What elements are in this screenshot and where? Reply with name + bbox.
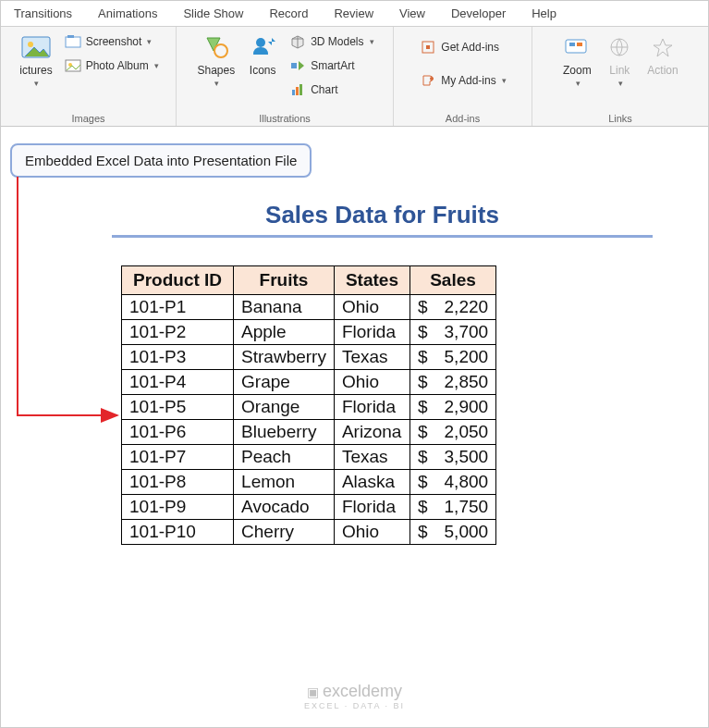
icons-icon <box>248 32 277 62</box>
cell-fruit: Orange <box>234 395 335 420</box>
tab-review[interactable]: Review <box>321 1 386 26</box>
cell-product-id: 101-P3 <box>122 345 234 370</box>
tab-slide-show[interactable]: Slide Show <box>170 1 256 26</box>
header-fruits: Fruits <box>234 266 335 295</box>
cell-state: Alaska <box>334 470 410 495</box>
cell-state: Florida <box>334 395 410 420</box>
group-links-label: Links <box>608 111 632 124</box>
cell-sales: $5,000 <box>410 520 495 545</box>
tab-transitions[interactable]: Transitions <box>1 1 85 26</box>
cell-product-id: 101-P4 <box>122 370 234 395</box>
group-illustrations-label: Illustrations <box>259 111 311 124</box>
table-row: 101-P7PeachTexas$3,500 <box>122 445 496 470</box>
cell-state: Florida <box>334 320 410 345</box>
svg-point-18 <box>430 77 434 80</box>
chevron-down-icon: ▾ <box>154 61 159 70</box>
tab-developer[interactable]: Developer <box>438 1 519 26</box>
link-button[interactable]: Link ▾ <box>599 31 640 90</box>
cell-state: Ohio <box>334 295 410 320</box>
cell-sales: $3,500 <box>410 445 495 470</box>
header-states: States <box>334 266 410 295</box>
get-addins-icon <box>419 38 437 56</box>
cell-sales: $2,220 <box>410 295 495 320</box>
cell-sales: $5,200 <box>410 345 495 370</box>
action-button[interactable]: Action <box>642 31 683 79</box>
chevron-down-icon: ▾ <box>34 79 39 88</box>
link-icon <box>605 32 634 62</box>
chevron-down-icon: ▾ <box>370 37 374 46</box>
tab-animations[interactable]: Animations <box>85 1 170 26</box>
screenshot-label: Screenshot <box>86 35 142 48</box>
table-row: 101-P1BananaOhio$2,220 <box>122 295 496 320</box>
cell-product-id: 101-P2 <box>122 320 234 345</box>
cell-product-id: 101-P8 <box>122 470 234 495</box>
icons-button[interactable]: Icons <box>242 31 283 79</box>
group-links: Zoom ▾ Link ▾ Action Links <box>532 27 708 126</box>
smartart-button[interactable]: SmartArt <box>285 55 377 77</box>
watermark: ▣ exceldemy EXCEL · DATA · BI <box>1 682 708 710</box>
ribbon: ictures ▾ Screenshot ▾ Photo Album ▾ <box>1 27 708 127</box>
cell-fruit: Cherry <box>234 520 335 545</box>
cell-fruit: Peach <box>234 445 335 470</box>
screenshot-icon <box>64 32 82 51</box>
svg-rect-14 <box>296 87 299 95</box>
icons-label: Icons <box>250 64 276 77</box>
action-label: Action <box>647 64 678 77</box>
watermark-sub: EXCEL · DATA · BI <box>1 701 708 710</box>
zoom-icon <box>562 32 592 62</box>
cell-fruit: Lemon <box>234 470 335 495</box>
get-addins-label: Get Add-ins <box>441 41 499 54</box>
embedded-excel-table[interactable]: Product ID Fruits States Sales 101-P1Ban… <box>121 265 496 545</box>
cell-state: Florida <box>334 495 410 520</box>
shapes-label: Shapes <box>197 64 235 77</box>
svg-rect-15 <box>299 84 302 95</box>
tab-view[interactable]: View <box>386 1 438 26</box>
svg-point-6 <box>214 44 227 57</box>
header-product-id: Product ID <box>122 266 234 295</box>
cell-product-id: 101-P7 <box>122 445 234 470</box>
title-underline <box>112 235 653 238</box>
screenshot-button[interactable]: Screenshot ▾ <box>60 31 163 53</box>
cell-sales: $1,750 <box>410 495 495 520</box>
svg-rect-13 <box>292 90 295 95</box>
zoom-label: Zoom <box>563 64 592 77</box>
get-addins-button[interactable]: Get Add-ins <box>415 36 509 58</box>
cell-product-id: 101-P5 <box>122 395 234 420</box>
table-row: 101-P8LemonAlaska$4,800 <box>122 470 496 495</box>
cell-state: Texas <box>334 345 410 370</box>
zoom-button[interactable]: Zoom ▾ <box>556 31 597 90</box>
svg-marker-12 <box>299 61 304 70</box>
group-images-label: Images <box>71 111 104 124</box>
smartart-label: SmartArt <box>311 59 354 72</box>
group-images: ictures ▾ Screenshot ▾ Photo Album ▾ <box>1 27 177 126</box>
chart-icon <box>288 80 307 99</box>
table-row: 101-P4GrapeOhio$2,850 <box>122 370 496 395</box>
my-addins-button[interactable]: My Add-ins ▾ <box>415 69 509 92</box>
chevron-down-icon: ▾ <box>214 79 219 88</box>
pictures-label: ictures <box>19 64 52 77</box>
svg-rect-20 <box>569 43 575 46</box>
tab-help[interactable]: Help <box>519 1 569 26</box>
cell-fruit: Grape <box>234 370 335 395</box>
group-addins-label: Add-ins <box>446 111 480 124</box>
shapes-icon <box>202 32 231 62</box>
cell-fruit: Blueberry <box>234 420 335 445</box>
table-row: 101-P6BlueberryArizona$2,050 <box>122 420 496 445</box>
pictures-button[interactable]: ictures ▾ <box>14 31 57 90</box>
table-row: 101-P5OrangeFlorida$2,900 <box>122 395 496 420</box>
slide-title-area: Sales Data for Fruits <box>112 201 653 238</box>
cell-fruit: Avocado <box>234 495 335 520</box>
cell-product-id: 101-P9 <box>122 495 234 520</box>
chart-button[interactable]: Chart <box>285 79 377 101</box>
cell-sales: $4,800 <box>410 470 495 495</box>
3d-models-button[interactable]: 3D Models ▾ <box>285 31 377 53</box>
header-sales: Sales <box>410 266 495 295</box>
svg-rect-19 <box>566 40 586 53</box>
photo-album-button[interactable]: Photo Album ▾ <box>60 55 163 77</box>
svg-point-7 <box>256 38 265 47</box>
tab-record[interactable]: Record <box>256 1 321 26</box>
shapes-button[interactable]: Shapes ▾ <box>191 31 240 90</box>
cell-fruit: Strawberry <box>234 345 335 370</box>
cell-state: Arizona <box>334 420 410 445</box>
slide-canvas[interactable]: Embedded Excel Data into Presentation Fi… <box>1 127 708 727</box>
